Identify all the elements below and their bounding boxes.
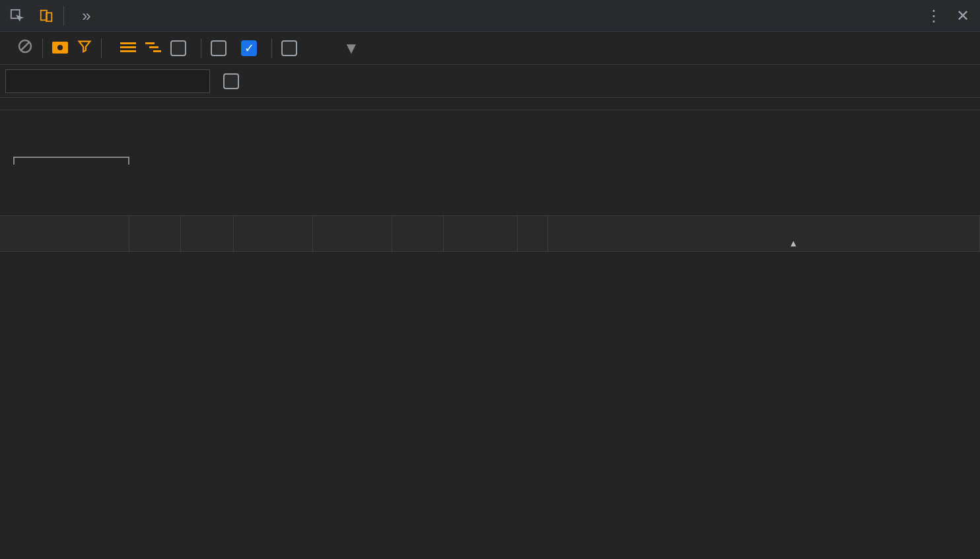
preserve-log-option[interactable]	[211, 40, 232, 56]
waterfall-view-icon[interactable]	[145, 39, 161, 57]
filter-icon[interactable]	[77, 39, 92, 57]
capture-screenshots-icon[interactable]	[52, 39, 68, 57]
svg-rect-9	[120, 50, 136, 52]
svg-rect-8	[120, 46, 136, 48]
col-waterfall[interactable]: ▲	[548, 216, 980, 251]
device-toggle-icon[interactable]	[34, 4, 58, 28]
col-initiator[interactable]	[392, 216, 444, 251]
svg-rect-11	[149, 46, 158, 48]
separator	[63, 6, 64, 26]
requests-table: ▲	[0, 216, 980, 453]
kebab-menu-icon[interactable]: ⋮	[922, 4, 946, 28]
list-view-icon[interactable]	[120, 39, 136, 57]
close-icon[interactable]: ✕	[951, 4, 975, 28]
overview-timeline[interactable]	[0, 110, 980, 216]
separator	[271, 38, 272, 58]
col-more[interactable]	[518, 216, 548, 251]
svg-rect-7	[120, 42, 136, 44]
offline-option[interactable]	[281, 40, 302, 56]
checkbox-icon[interactable]	[281, 40, 297, 56]
col-domain[interactable]	[234, 216, 313, 251]
disable-cache-option[interactable]: ✓	[241, 40, 262, 56]
checkbox-icon[interactable]: ✓	[241, 40, 257, 56]
checkbox-icon[interactable]	[170, 40, 186, 56]
checkbox-icon[interactable]	[223, 73, 239, 89]
svg-rect-10	[145, 42, 155, 44]
svg-rect-12	[153, 50, 161, 52]
separator	[201, 38, 201, 58]
inspect-icon[interactable]	[5, 4, 29, 28]
throttling-select[interactable]: ▼	[312, 39, 359, 57]
sort-indicator-icon: ▲	[789, 238, 798, 248]
hide-data-urls-option[interactable]	[223, 73, 244, 89]
checkbox-icon[interactable]	[211, 40, 227, 56]
col-protocol[interactable]	[181, 216, 234, 251]
col-type[interactable]	[313, 216, 392, 251]
filmstrip	[0, 98, 980, 110]
col-name[interactable]	[0, 216, 129, 251]
svg-point-6	[57, 45, 63, 50]
col-size[interactable]	[444, 216, 518, 251]
table-header: ▲	[0, 216, 980, 252]
separator	[101, 38, 102, 58]
svg-line-4	[20, 42, 30, 51]
chevron-down-icon: ▼	[343, 39, 359, 57]
overview-range-handle[interactable]	[13, 157, 129, 165]
col-status[interactable]	[129, 216, 181, 251]
filter-bar	[0, 65, 980, 98]
clear-icon[interactable]	[17, 38, 33, 58]
more-tabs-icon[interactable]: »	[75, 4, 98, 28]
network-toolbar: ✓ ▼	[0, 32, 980, 65]
group-by-frame-option[interactable]	[170, 40, 192, 56]
separator	[42, 38, 43, 58]
devtools-tabbar: » ⋮ ✕	[0, 0, 980, 32]
filter-input[interactable]	[5, 69, 210, 93]
